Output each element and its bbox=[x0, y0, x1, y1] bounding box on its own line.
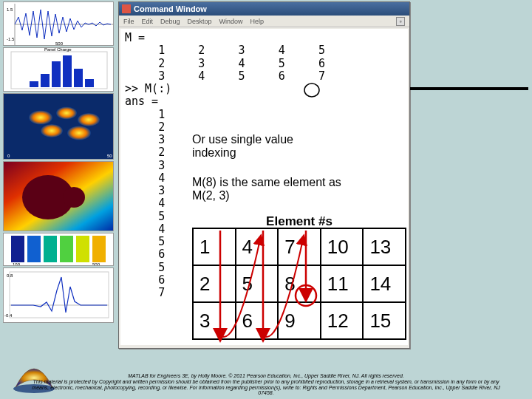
cell: 5 bbox=[236, 265, 279, 302]
svg-point-14 bbox=[29, 110, 52, 124]
menu-help[interactable]: Help bbox=[250, 18, 265, 25]
cell: 9 bbox=[278, 302, 321, 339]
table-row: 1 4 7 10 13 bbox=[193, 228, 406, 265]
out-ans: ans = bbox=[125, 95, 158, 108]
matlab-icon bbox=[122, 4, 131, 13]
cell: 6 bbox=[236, 302, 279, 339]
cell: 14 bbox=[363, 265, 406, 302]
menu-file[interactable]: File bbox=[123, 18, 134, 25]
svg-rect-25 bbox=[27, 236, 41, 262]
svg-text:-0.4: -0.4 bbox=[4, 313, 13, 318]
svg-text:500: 500 bbox=[55, 41, 64, 46]
cell: 3 bbox=[193, 302, 236, 339]
svg-text:1.5: 1.5 bbox=[7, 7, 13, 12]
cell: 12 bbox=[321, 302, 364, 339]
note-1: Or use single value indexing bbox=[192, 133, 340, 160]
table-row: 2 5 8 11 14 bbox=[193, 265, 406, 302]
svg-rect-8 bbox=[52, 61, 61, 87]
svg-rect-10 bbox=[74, 69, 83, 87]
window-title: Command Window bbox=[134, 4, 207, 13]
svg-point-23 bbox=[63, 187, 85, 208]
menubar[interactable]: File Edit Debug Desktop Window Help bbox=[119, 16, 409, 27]
out-col: 1 2 3 2 3 4 3 4 5 4 5 6 5 6 7 bbox=[125, 108, 165, 300]
out-cmd: >> M(:) bbox=[125, 82, 171, 95]
cell: 2 bbox=[193, 265, 236, 302]
element-table-title: Element #s bbox=[192, 214, 406, 229]
menu-edit[interactable]: Edit bbox=[142, 18, 154, 25]
svg-text:100: 100 bbox=[13, 262, 21, 266]
svg-rect-29 bbox=[92, 236, 106, 262]
svg-point-16 bbox=[78, 113, 100, 126]
copyright-line2: This material is protected by Copyright … bbox=[30, 379, 502, 396]
chart-signal: 1.5 -1.5 500 bbox=[3, 1, 114, 46]
cell: 13 bbox=[363, 228, 406, 265]
svg-point-15 bbox=[56, 107, 77, 120]
chart-bar: Panel Charge bbox=[3, 47, 114, 92]
window-titlebar[interactable]: Command Window bbox=[119, 2, 409, 16]
copyright-line1: MATLAB for Engineers 3E, by Holly Moore.… bbox=[30, 373, 502, 379]
svg-text:500: 500 bbox=[92, 262, 100, 266]
menu-window[interactable]: Window bbox=[219, 18, 243, 25]
copyright: MATLAB for Engineers 3E, by Holly Moore.… bbox=[0, 373, 532, 396]
cell: 10 bbox=[321, 228, 364, 265]
dock-button[interactable]: ▫ bbox=[396, 17, 405, 26]
svg-rect-32 bbox=[10, 272, 109, 318]
cell: 7 bbox=[278, 228, 321, 265]
cell: 15 bbox=[363, 302, 406, 339]
chart-surface: 0 50 bbox=[3, 93, 114, 160]
svg-rect-27 bbox=[60, 236, 73, 262]
svg-text:-1.5: -1.5 bbox=[7, 37, 15, 41]
cell: 8 bbox=[284, 273, 295, 295]
cell: 11 bbox=[321, 265, 364, 302]
left-thumbnail-column: 1.5 -1.5 500 Panel Charge bbox=[3, 1, 114, 324]
table-row: 3 6 9 12 15 bbox=[193, 302, 406, 339]
divider bbox=[410, 87, 528, 90]
svg-rect-6 bbox=[30, 81, 38, 87]
cell: 1 bbox=[193, 228, 236, 265]
out-var: M = bbox=[125, 31, 145, 44]
chart-wavelet: 0.8 -0.4 bbox=[3, 267, 114, 323]
svg-rect-7 bbox=[41, 74, 50, 87]
svg-rect-28 bbox=[76, 236, 89, 262]
svg-rect-11 bbox=[85, 79, 94, 87]
cell: 4 bbox=[236, 228, 279, 265]
svg-point-18 bbox=[67, 126, 91, 140]
svg-point-17 bbox=[41, 124, 63, 137]
chart-fractal bbox=[3, 161, 114, 231]
circled-element bbox=[304, 82, 320, 98]
element-table-wrap: Element #s 1 4 7 10 13 2 5 8 11 14 3 6 bbox=[192, 214, 406, 340]
svg-text:50: 50 bbox=[107, 154, 112, 158]
svg-rect-26 bbox=[44, 236, 57, 262]
cell: 8 bbox=[278, 265, 321, 302]
svg-point-36 bbox=[304, 83, 319, 97]
menu-desktop[interactable]: Desktop bbox=[188, 18, 212, 25]
chart-gradient: 100500 bbox=[3, 233, 114, 266]
svg-text:0.8: 0.8 bbox=[7, 273, 13, 278]
element-index-table: 1 4 7 10 13 2 5 8 11 14 3 6 9 12 15 bbox=[192, 228, 406, 340]
svg-rect-9 bbox=[63, 55, 72, 87]
out-matrix: 1 2 3 4 5 2 3 4 5 6 3 4 5 6 7 bbox=[125, 44, 325, 83]
menu-debug[interactable]: Debug bbox=[160, 18, 180, 25]
slide: 1.5 -1.5 500 Panel Charge bbox=[0, 0, 532, 399]
svg-rect-24 bbox=[11, 236, 24, 262]
svg-text:Panel Charge: Panel Charge bbox=[44, 48, 72, 52]
note-2: M(8) is the same element as M(2, 3) bbox=[192, 176, 355, 202]
